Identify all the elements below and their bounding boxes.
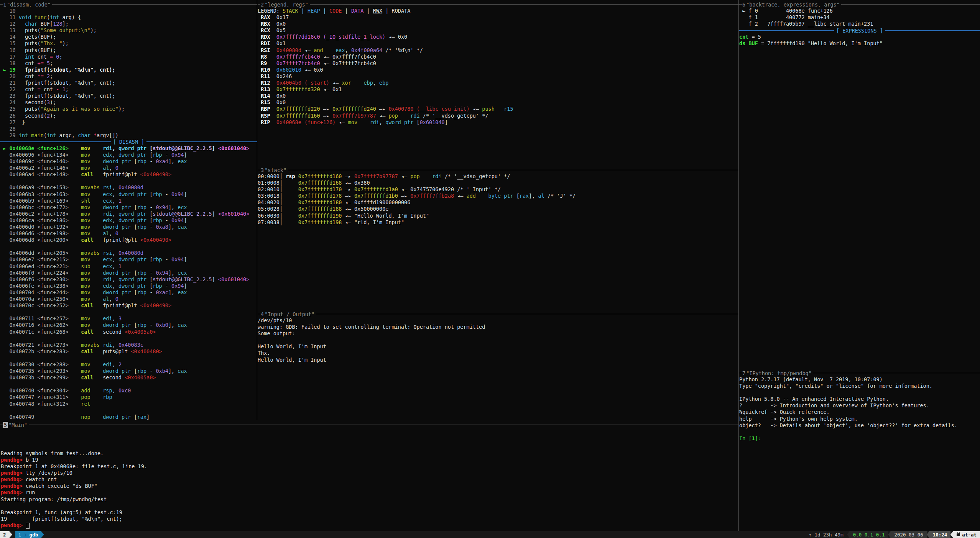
text-token	[420, 173, 432, 179]
text-row: 0x4006d6 <func+198> mov al, 0	[0, 230, 257, 237]
text-token: dword ptr	[103, 158, 134, 164]
text-row	[739, 389, 980, 396]
text-token: puts(BUF);	[19, 47, 56, 53]
pane-backtrace[interactable]: 6 "backtrace, expressions, args" ► f 0 4…	[739, 0, 980, 369]
text-row: 17 int cnt = 0;	[0, 54, 257, 60]
text-token: 22	[0, 86, 19, 92]
text-row: 0x400748 <func+312> ret	[0, 401, 257, 407]
pane-stack[interactable]: 3 "stack" 00:0000│ rsp 0x7fffffffd160 —▸…	[258, 166, 738, 310]
text-token: qword ptr	[118, 145, 150, 151]
text-token: dword ptr	[103, 204, 134, 210]
text-token: mov	[348, 119, 357, 125]
text-row: 0x4006e7 <func+215> mov ecx, dword ptr […	[0, 256, 257, 263]
text-token: ,	[112, 263, 118, 269]
text-token	[323, 47, 336, 53]
text-token: 0x7fffffffd160	[276, 113, 323, 119]
powerline-separator	[927, 531, 929, 538]
text-token: mov	[81, 368, 103, 374]
text-token: ◂— 0x50000000e	[345, 206, 389, 212]
text-token: 0x5	[276, 27, 286, 33]
text-token: /* '__vdso_getcpu' */	[442, 173, 510, 179]
text-row: 0x400730 <func+288> mov edi, 2	[0, 361, 257, 368]
text-row: 0x400749 nop dword ptr [rax]	[0, 414, 257, 420]
text-token: 0x0	[276, 21, 286, 27]
text-token: 0x4006a4 <func+148>	[0, 171, 81, 177]
text-row: RCX 0x5	[258, 27, 738, 34]
text-row: 21 fprintf(stdout, "%d\n", cnt);	[0, 80, 257, 86]
text-row: R11 0x246	[258, 73, 738, 80]
text-token: mov	[81, 158, 103, 164]
pane-ipython[interactable]: 7 "IPython: tmp/pwndbg" Python 2.7.17 (d…	[739, 369, 980, 531]
text-row: 0x40070c <func+252> call fprintf@plt <0x…	[0, 302, 257, 309]
pane-number: 2	[260, 2, 264, 8]
text-row: In [1]:	[739, 435, 980, 442]
text-token: 21	[0, 80, 19, 86]
text-token: ebp	[363, 80, 373, 86]
text-token: call	[81, 329, 103, 335]
text-token: 00:0000│	[258, 173, 286, 179]
text-token: DATA	[351, 8, 364, 14]
ipython-console[interactable]: Python 2.7.17 (default, Nov 7 2019, 10:0…	[739, 376, 980, 442]
text-token	[90, 132, 94, 138]
text-row: Python 2.7.17 (default, Nov 7 2019, 10:0…	[739, 376, 980, 383]
pane-main-gdb[interactable]: 5 "Main" Reading symbols from test...don…	[0, 420, 738, 531]
text-token: ]	[184, 283, 187, 289]
text-token: ,	[345, 47, 351, 53]
text-token: -	[146, 158, 156, 164]
text-token: RBP	[258, 106, 276, 112]
text-token: mov	[81, 204, 103, 210]
text-token: pwndbg>	[1, 483, 26, 489]
text-token: 0x7fffffffd198	[298, 219, 345, 225]
text-token: 0x7ffff7ffb2a8	[410, 193, 457, 199]
text-row: 27 }	[0, 119, 257, 126]
text-row: RAX 0x17	[258, 14, 738, 21]
gdb-console[interactable]: Reading symbols from test...done.pwndbg>…	[1, 450, 738, 529]
pane-input-output[interactable]: 4 "Input / Output" /dev/pts/10warning: G…	[258, 310, 738, 420]
text-token: Thx.	[258, 350, 273, 356]
chevron-icon: ⟩	[21, 532, 30, 538]
pane-title-main: 5 "Main"	[0, 422, 738, 428]
text-token: ]	[212, 276, 218, 282]
text-token: rbp	[103, 394, 112, 400]
text-row: ? -> Introduction and overview of IPytho…	[739, 402, 980, 409]
separator-line	[146, 141, 257, 142]
text-token: |	[363, 8, 373, 14]
disasm-section-label: [ DISASM ]	[111, 139, 146, 145]
text-token: 128	[53, 21, 62, 27]
text-token: R15	[258, 99, 276, 105]
text-token: eax	[178, 368, 187, 374]
text-token: ◂—	[332, 80, 342, 86]
text-token: cnt	[19, 73, 38, 79]
text-token: 0x7fffffffd178	[298, 193, 345, 199]
text-token: RCX	[258, 27, 276, 33]
pane-legend-regs[interactable]: 2 "legend, regs" LEGEND: STACK | HEAP | …	[258, 0, 738, 166]
text-token: edi	[103, 361, 112, 367]
text-token: 0x4006ca <func+186>	[0, 217, 81, 223]
status-right: ↑ 1d 23h 49m 0.0 0.1 0.1 2020-03-06 10:2…	[805, 531, 980, 538]
window-tab-gdb[interactable]: 1 ⟩ gdb	[15, 531, 41, 538]
text-row: 0x4006d8 <func+200> call fprintf@plt <0x…	[0, 237, 257, 243]
text-token: ds BUF	[739, 40, 758, 46]
title-line	[739, 373, 742, 373]
text-token: 0x7fffffffd180	[298, 199, 345, 205]
text-token: add	[81, 387, 103, 394]
text-row: 0x4006ca <func+186> mov edx, dword ptr […	[0, 217, 257, 224]
text-row: Starting program: /tmp/pwndbg/test	[1, 496, 738, 503]
text-token: cnt	[19, 60, 38, 66]
text-token: f 1 400772 main+34	[739, 14, 830, 20]
text-row: 24 second(3);	[0, 99, 257, 106]
pane-disasm-code[interactable]: 1 "disasm, code" 10 11 void func(int arg…	[0, 0, 257, 420]
text-token: —▸	[379, 106, 388, 112]
text-row: 0x40071c <func+268> call second <0x4005a…	[0, 329, 257, 335]
text-row: Hello World, I'm Input	[258, 343, 738, 350]
text-token: eax	[178, 224, 187, 230]
text-token: RIP	[258, 119, 276, 125]
text-token: 0x4f000a64	[351, 47, 382, 53]
text-token: dword ptr	[103, 224, 134, 230]
session-badge[interactable]: 2	[0, 531, 9, 538]
text-token: b 19	[26, 457, 38, 463]
text-row: 0x4006d0 <func+192> mov dword ptr [rbp -…	[0, 224, 257, 230]
text-row	[0, 243, 257, 250]
text-token: edx	[103, 152, 112, 158]
text-token: ],	[529, 193, 538, 199]
